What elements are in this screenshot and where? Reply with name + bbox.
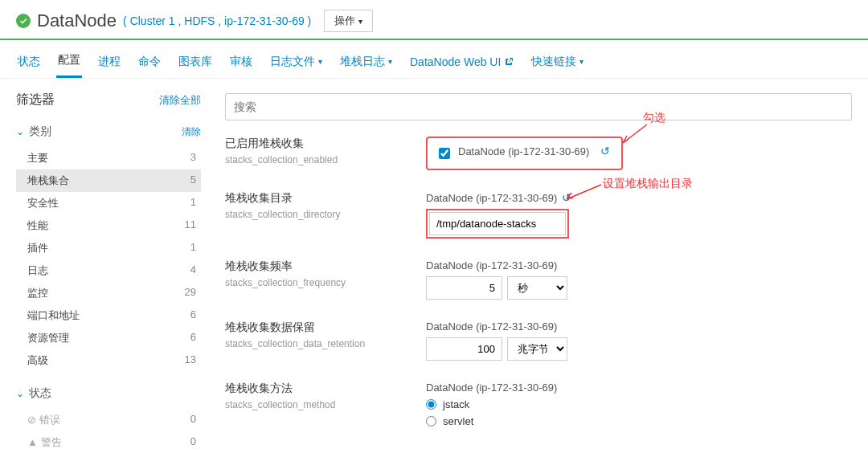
config-name: 堆栈收集方法 [225, 382, 426, 396]
tab-item[interactable]: 命令 [137, 48, 162, 78]
filter-item[interactable]: 资源管理6 [16, 327, 201, 349]
enable-checkbox[interactable] [439, 148, 450, 159]
actions-button[interactable]: 操作▾ [324, 10, 373, 32]
filter-item[interactable]: 高级13 [16, 349, 201, 372]
filter-group-header[interactable]: ⌄类别清除 [16, 120, 201, 144]
revert-icon[interactable]: ↺ [600, 145, 610, 157]
radio-option[interactable]: servlet [426, 415, 852, 427]
tab-item[interactable]: 日志文件▾ [268, 48, 324, 78]
error-icon: ⊘ [27, 414, 36, 426]
chevron-down-icon: ▾ [318, 57, 322, 66]
config-key: stacks_collection_directory [225, 209, 426, 220]
number-input[interactable] [426, 337, 502, 361]
unit-select[interactable]: 兆字节 [507, 337, 567, 361]
chevron-down-icon: ⌄ [16, 388, 24, 399]
tab-item[interactable]: 快速链接▾ [530, 48, 585, 78]
tab-item[interactable]: 图表库 [177, 48, 214, 78]
tab-item[interactable]: 堆栈日志▾ [338, 48, 394, 78]
filter-item: ⊘错误0 [16, 409, 201, 431]
radio-option[interactable]: jstack [426, 398, 852, 410]
filter-item[interactable]: 主要3 [16, 147, 201, 169]
status-ok-icon [16, 14, 31, 28]
config-row: 堆栈收集数据保留stacks_collection_data_retention… [225, 320, 852, 361]
config-row: 堆栈收集频率stacks_collection_frequencyDataNod… [225, 259, 852, 300]
filter-item[interactable]: 堆栈集合5 [16, 169, 201, 192]
node-label: DataNode (ip-172-31-30-69) ↺ [458, 145, 610, 157]
config-row: 已启用堆栈收集stacks_collection_enabledDataNode… [225, 137, 852, 170]
directory-input[interactable] [429, 212, 566, 235]
chevron-down-icon: ▾ [388, 57, 392, 66]
filter-item[interactable]: 监控29 [16, 282, 201, 304]
node-label: DataNode (ip-172-31-30-69) [426, 382, 852, 394]
chevron-down-icon: ▾ [579, 57, 583, 66]
filter-item: ▲警告0 [16, 431, 201, 454]
config-row: 堆栈收集目录stacks_collection_directoryDataNod… [225, 191, 852, 239]
filter-item[interactable]: 已编辑2 [16, 454, 201, 457]
unit-select[interactable]: 秒 [507, 276, 567, 300]
warning-icon: ▲ [27, 436, 38, 448]
sidebar: 筛选器 清除全部 ⌄类别清除主要3堆栈集合5安全性1性能11插件1日志4监控29… [0, 79, 209, 457]
external-link-icon [504, 57, 514, 67]
config-name: 堆栈收集频率 [225, 259, 426, 274]
config-key: stacks_collection_enabled [225, 154, 426, 165]
config-key: stacks_collection_method [225, 399, 426, 410]
config-key: stacks_collection_data_retention [225, 338, 426, 349]
filter-item[interactable]: 性能11 [16, 214, 201, 237]
page-header: DataNode ( Cluster 1 , HDFS , ip-172-31-… [0, 0, 868, 40]
filter-group-header[interactable]: ⌄状态 [16, 382, 201, 406]
tab-item[interactable]: 审核 [228, 48, 254, 78]
node-label: DataNode (ip-172-31-30-69) [426, 259, 852, 271]
tab-item[interactable]: 状态 [16, 48, 42, 78]
filter-item[interactable]: 端口和地址6 [16, 304, 201, 327]
search-input[interactable] [225, 93, 852, 120]
tab-item[interactable]: 进程 [96, 48, 122, 78]
node-label: DataNode (ip-172-31-30-69) [426, 320, 852, 333]
config-name: 堆栈收集数据保留 [225, 320, 426, 335]
config-row: 堆栈收集方法stacks_collection_methodDataNode (… [225, 382, 852, 432]
tab-bar: 状态配置进程命令图表库审核日志文件▾堆栈日志▾DataNode Web UI快速… [0, 40, 868, 79]
config-name: 已启用堆栈收集 [225, 137, 426, 151]
content-area: 已启用堆栈收集stacks_collection_enabledDataNode… [209, 79, 868, 457]
revert-icon[interactable]: ↺ [562, 191, 571, 204]
chevron-down-icon: ▾ [358, 17, 362, 26]
config-key: stacks_collection_frequency [225, 277, 426, 288]
node-label: DataNode (ip-172-31-30-69) ↺ [426, 191, 852, 204]
group-clear-link[interactable]: 清除 [182, 125, 201, 139]
number-input[interactable] [426, 276, 502, 300]
tab-item[interactable]: 配置 [56, 48, 82, 78]
filter-title: 筛选器 [16, 92, 55, 108]
config-name: 堆栈收集目录 [225, 191, 426, 206]
breadcrumb[interactable]: ( Cluster 1 , HDFS , ip-172-31-30-69 ) [123, 14, 311, 27]
filter-item[interactable]: 插件1 [16, 237, 201, 259]
clear-all-link[interactable]: 清除全部 [159, 93, 201, 108]
filter-item[interactable]: 安全性1 [16, 192, 201, 214]
tab-item[interactable]: DataNode Web UI [408, 48, 515, 78]
chevron-down-icon: ⌄ [16, 126, 24, 137]
page-title: DataNode [37, 10, 117, 31]
filter-item[interactable]: 日志4 [16, 259, 201, 282]
